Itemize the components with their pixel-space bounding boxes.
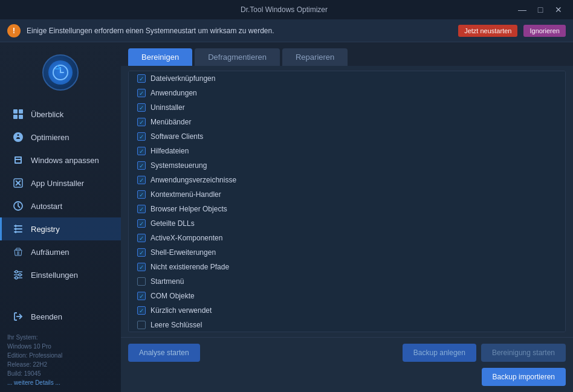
list-item[interactable]: ✓Software Clients <box>129 129 565 144</box>
sidebar-item-aufraeumen[interactable]: Aufräumen <box>0 240 121 263</box>
checkbox[interactable]: ✓ <box>137 263 146 271</box>
check-label: Menübänder <box>151 118 191 126</box>
sidebar-label-aufraeumen: Aufräumen <box>31 248 70 257</box>
checkbox[interactable]: ✓ <box>137 248 146 257</box>
list-item[interactable]: ✓Menübänder <box>129 115 565 129</box>
checkbox[interactable]: ✓ <box>137 176 146 184</box>
check-label: Systemsteuerung <box>151 161 207 170</box>
restart-button[interactable]: Jetzt neustarten <box>458 25 517 37</box>
check-label: Kontextmenü-Handler <box>151 190 221 199</box>
svg-rect-13 <box>15 228 16 230</box>
maximize-button[interactable]: □ <box>532 3 549 16</box>
main-layout: Überblick Optimieren Windows anpassen Ap… <box>0 42 573 392</box>
checkbox[interactable]: ✓ <box>137 234 146 242</box>
sidebar-label-uberblick: Überblick <box>31 110 63 119</box>
sidebar-label-autostart: Autostart <box>31 202 62 211</box>
check-label: Browser Helper Objects <box>151 205 227 213</box>
sidebar-label-beenden: Beenden <box>31 312 62 321</box>
sidebar: Überblick Optimieren Windows anpassen Ap… <box>0 42 121 392</box>
checkbox[interactable]: ✓ <box>137 89 146 97</box>
tab-bereinigen[interactable]: Bereinigen <box>128 48 192 66</box>
backup-import-button[interactable]: Backup importieren <box>482 368 566 386</box>
title-bar: Dr.Tool Windows Optimizer — □ ✕ <box>0 0 573 19</box>
beenden-icon <box>11 310 25 323</box>
sidebar-item-beenden[interactable]: Beenden <box>0 305 121 328</box>
analyze-button[interactable]: Analyse starten <box>128 344 200 362</box>
checkbox[interactable]: ✓ <box>137 132 146 141</box>
checkbox[interactable]: ✓ <box>137 190 146 199</box>
list-item[interactable]: ✓Hilfedateien <box>129 144 565 158</box>
checkbox[interactable] <box>137 321 146 329</box>
backup-button[interactable]: Backup anlegen <box>403 344 476 362</box>
list-item[interactable]: Leere Schlüssel <box>129 318 565 332</box>
sidebar-item-registry[interactable]: Registry <box>0 217 121 240</box>
checkbox[interactable]: ✓ <box>137 147 146 155</box>
uberblick-icon <box>11 108 25 121</box>
registry-icon <box>11 222 25 236</box>
sidebar-label-registry: Registry <box>31 225 60 234</box>
clock-icon <box>52 64 69 81</box>
system-info: Ihr System: Windows 10 Pro Edition: Prof… <box>0 328 121 392</box>
svg-rect-2 <box>19 109 23 114</box>
list-item[interactable]: Startmenü <box>129 274 565 289</box>
svg-rect-3 <box>13 115 18 119</box>
check-label: Startmenü <box>151 277 184 286</box>
list-item[interactable]: ✓Kürzlich verwendet <box>129 303 565 318</box>
list-item[interactable]: ✓Shell-Erweiterungen <box>129 245 565 260</box>
list-item[interactable]: ✓Browser Helper Objects <box>129 202 565 216</box>
sidebar-item-app-uninstaller[interactable]: App Uninstaller <box>0 172 121 194</box>
check-label: Shell-Erweiterungen <box>151 248 216 257</box>
system-info-line5: Build: 19045 <box>7 369 114 378</box>
check-label: Software Clients <box>151 132 203 141</box>
notification-bar: ! Einige Einstellungen erfordern einen S… <box>0 19 573 42</box>
svg-point-18 <box>15 271 18 273</box>
notification-text: Einige Einstellungen erfordern einen Sys… <box>27 27 452 35</box>
checkbox[interactable]: ✓ <box>137 74 146 83</box>
tab-reparieren[interactable]: Reparieren <box>282 48 348 66</box>
sidebar-item-einstellungen[interactable]: Einstellungen <box>0 263 121 286</box>
list-item[interactable]: ✓Systemsteuerung <box>129 158 565 173</box>
sidebar-item-uberblick[interactable]: Überblick <box>0 103 121 126</box>
sidebar-item-windows-anpassen[interactable]: Windows anpassen <box>0 149 121 172</box>
list-item[interactable]: ✓Geteilte DLLs <box>129 216 565 231</box>
system-info-line3: Edition: Professional <box>7 351 114 360</box>
checkbox[interactable]: ✓ <box>137 219 146 228</box>
warning-icon: ! <box>7 24 21 37</box>
check-label: Geteilte DLLs <box>151 219 195 228</box>
sidebar-item-optimieren[interactable]: Optimieren <box>0 126 121 149</box>
close-button[interactable]: ✕ <box>550 3 567 16</box>
einstellungen-icon <box>11 268 25 281</box>
optimieren-icon <box>11 130 25 144</box>
list-item[interactable]: ✓Uninstaller <box>129 100 565 115</box>
ignore-button[interactable]: Ignorieren <box>523 25 566 37</box>
check-label: Dateiverknüpfungen <box>151 74 215 83</box>
checkbox[interactable]: ✓ <box>137 161 146 170</box>
sidebar-item-autostart[interactable]: Autostart <box>0 194 121 217</box>
svg-rect-12 <box>15 225 16 227</box>
system-info-line1: Ihr System: <box>7 333 114 342</box>
list-item[interactable]: ✓Dateiverknüpfungen <box>129 71 565 86</box>
list-item[interactable]: ✓ActiveX-Komponenten <box>129 231 565 245</box>
svg-point-20 <box>15 277 18 279</box>
minimize-button[interactable]: — <box>514 3 531 16</box>
checkbox[interactable]: ✓ <box>137 103 146 112</box>
checkbox[interactable]: ✓ <box>137 205 146 213</box>
check-label: Hilfedateien <box>151 147 189 155</box>
bottom-actions: Analyse starten Backup anlegen Bereinigu… <box>121 337 573 368</box>
list-item[interactable]: ✓Nicht existierende Pfade <box>129 260 565 274</box>
system-info-line2: Windows 10 Pro <box>7 342 114 351</box>
list-item[interactable]: ✓Anwendungen <box>129 86 565 100</box>
list-item[interactable]: ✓COM Objekte <box>129 289 565 303</box>
checkbox[interactable]: ✓ <box>137 306 146 315</box>
list-item[interactable]: ✓Anwendungsverzeichnisse <box>129 173 565 187</box>
checkbox[interactable]: ✓ <box>137 292 146 300</box>
list-item[interactable]: ✓Kontextmenü-Handler <box>129 187 565 202</box>
sidebar-label-einstellungen: Einstellungen <box>31 271 78 280</box>
tab-defragmentieren[interactable]: Defragmentieren <box>195 48 280 66</box>
checklist-container: ✓Dateiverknüpfungen✓Anwendungen✓Uninstal… <box>128 71 566 332</box>
check-label: Leere Schlüssel <box>151 321 202 329</box>
checkbox[interactable]: ✓ <box>137 118 146 126</box>
system-info-more-link[interactable]: ... weitere Details ... <box>7 379 60 386</box>
clean-button[interactable]: Bereinigung starten <box>481 344 566 362</box>
checkbox[interactable] <box>137 277 146 286</box>
